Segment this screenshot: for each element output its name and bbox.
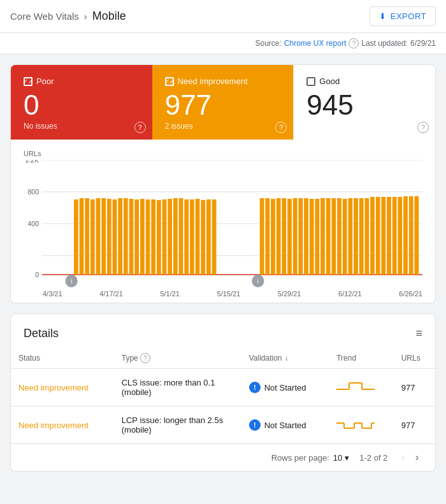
col-type: Type ? <box>114 348 241 369</box>
row1-urls: 977 <box>394 369 435 407</box>
svg-rect-24 <box>151 199 155 275</box>
row1-validation: ! Not Started <box>241 369 329 407</box>
row2-trend <box>329 407 394 444</box>
svg-rect-30 <box>184 199 189 275</box>
svg-rect-60 <box>392 197 397 275</box>
type-help-icon[interactable]: ? <box>140 353 150 363</box>
svg-rect-54 <box>359 198 364 275</box>
svg-rect-56 <box>370 197 375 275</box>
svg-rect-44 <box>304 198 308 275</box>
svg-rect-27 <box>168 199 172 275</box>
svg-rect-52 <box>348 198 352 275</box>
next-page-button[interactable]: › <box>412 450 422 464</box>
rows-per-page-select[interactable]: 10 ▾ <box>333 453 349 463</box>
trend-chart-2 <box>336 417 375 432</box>
svg-rect-58 <box>381 197 385 275</box>
need-improvement-help-icon[interactable]: ? <box>275 122 287 133</box>
poor-label: Poor <box>36 76 54 86</box>
poor-help-icon[interactable]: ? <box>134 122 146 133</box>
x-label-6: 6/26/21 <box>399 290 422 298</box>
svg-rect-59 <box>387 197 391 275</box>
x-label-3: 5/15/21 <box>217 290 241 298</box>
poor-card[interactable]: ✓ Poor 0 No issues ? <box>11 65 152 140</box>
x-label-2: 5/1/21 <box>160 290 180 298</box>
svg-rect-12 <box>85 198 89 275</box>
trend-chart-1 <box>336 379 375 394</box>
svg-text:400: 400 <box>27 220 39 227</box>
svg-rect-63 <box>409 196 414 275</box>
page-nav: ‹ › <box>398 450 422 464</box>
svg-rect-18 <box>118 198 122 275</box>
svg-rect-13 <box>90 199 95 275</box>
good-header: Good <box>306 76 422 86</box>
page-title: Mobile <box>92 10 126 23</box>
need-improvement-count: 977 <box>165 91 281 119</box>
x-label-5: 6/12/21 <box>338 290 362 298</box>
breadcrumb-link[interactable]: Core Web Vitals <box>10 11 79 22</box>
svg-text:i: i <box>71 277 72 285</box>
export-button[interactable]: ⬇ EXPORT <box>370 6 436 26</box>
chart-area: 1.2K 800 400 0 <box>24 160 422 287</box>
x-label-0: 4/3/21 <box>43 290 62 298</box>
breadcrumb-arrow: › <box>84 11 87 22</box>
good-card[interactable]: Good 945 ? <box>293 65 435 140</box>
svg-rect-36 <box>260 198 264 275</box>
row2-type: LCP issue: longer than 2.5s (mobile) <box>114 407 241 444</box>
svg-rect-11 <box>80 198 84 275</box>
svg-rect-61 <box>398 197 402 275</box>
good-checkbox[interactable] <box>306 77 315 86</box>
table-body: Need improvement CLS issue: more than 0.… <box>11 369 435 444</box>
svg-rect-46 <box>315 199 319 275</box>
svg-rect-57 <box>376 197 380 275</box>
svg-rect-25 <box>157 200 161 275</box>
svg-rect-29 <box>179 198 183 275</box>
row2-status: Need improvement <box>11 407 114 444</box>
source-bar: Source: Chrome UX report ? Last updated:… <box>0 33 446 54</box>
svg-rect-41 <box>287 199 292 275</box>
chart-section: URLs 1.2K 800 400 0 <box>11 140 435 303</box>
svg-rect-62 <box>403 196 408 275</box>
need-improvement-checkbox[interactable]: ✓ <box>165 77 174 86</box>
svg-rect-49 <box>331 198 336 275</box>
need-improvement-card[interactable]: ✓ Need improvement 977 2 issues ? <box>152 65 294 140</box>
header: Core Web Vitals › Mobile ⬇ EXPORT <box>0 0 446 33</box>
download-icon: ⬇ <box>379 11 387 21</box>
svg-rect-33 <box>201 200 205 275</box>
col-validation[interactable]: Validation ↓ <box>241 348 329 369</box>
row1-type: CLS issue: more than 0.1 (mobile) <box>114 369 241 407</box>
poor-card-header: ✓ Poor <box>24 76 140 86</box>
svg-rect-51 <box>343 199 347 275</box>
chart-svg: 1.2K 800 400 0 <box>24 160 422 287</box>
poor-subtitle: No issues <box>24 122 140 131</box>
need-improvement-label: Need improvement <box>178 76 248 86</box>
svg-rect-64 <box>414 196 419 275</box>
row2-validation: ! Not Started <box>241 407 329 444</box>
need-improvement-header: ✓ Need improvement <box>165 76 281 86</box>
poor-count: 0 <box>24 91 140 119</box>
svg-text:0: 0 <box>35 271 39 278</box>
summary-section: ✓ Poor 0 No issues ? ✓ Need improvement … <box>10 64 436 303</box>
poor-checkbox[interactable]: ✓ <box>24 77 32 86</box>
col-status: Status <box>11 348 114 369</box>
svg-rect-37 <box>265 198 270 275</box>
filter-icon[interactable]: ≡ <box>415 327 422 340</box>
good-count: 945 <box>306 91 422 119</box>
source-link[interactable]: Chrome UX report <box>284 39 346 48</box>
details-title: Details <box>24 327 59 340</box>
col-urls: URLs <box>394 348 435 369</box>
row2-urls: 977 <box>394 407 435 444</box>
col-trend: Trend <box>329 348 394 369</box>
pagination-bar: Rows per page: 10 ▾ 1-2 of 2 ‹ › <box>11 443 435 471</box>
prev-page-button[interactable]: ‹ <box>398 450 408 464</box>
details-table: Status Type ? Validation ↓ Trend <box>11 348 435 443</box>
svg-rect-55 <box>364 198 369 275</box>
x-label-4: 5/29/21 <box>278 290 301 298</box>
table-header: Status Type ? Validation ↓ Trend <box>11 348 435 369</box>
svg-rect-42 <box>293 198 298 275</box>
svg-rect-21 <box>134 199 139 275</box>
svg-rect-47 <box>320 198 325 275</box>
svg-rect-34 <box>206 199 211 275</box>
good-help-icon[interactable]: ? <box>417 122 429 133</box>
source-help-icon[interactable]: ? <box>349 38 359 48</box>
table-row: Need improvement CLS issue: more than 0.… <box>11 369 435 407</box>
